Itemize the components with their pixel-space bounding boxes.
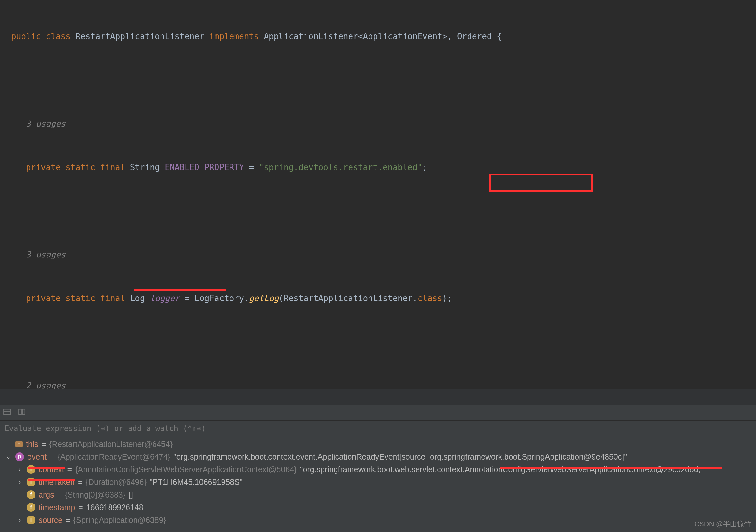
svg-rect-3 — [22, 409, 25, 414]
variable-value: [] — [128, 490, 133, 499]
evaluate-expression-input[interactable]: Evaluate expression (⏎) or add a watch (… — [0, 421, 756, 437]
variable-name: args — [39, 490, 54, 499]
this-icon: ≡ — [15, 441, 23, 447]
variable-type: {String[0]@6383} — [65, 490, 125, 499]
variable-row[interactable]: ⌄p event = {ApplicationReadyEvent@6474} … — [0, 450, 756, 463]
variable-value: "org.springframework.boot.web.servlet.co… — [300, 465, 701, 474]
variable-name: source — [39, 516, 62, 525]
variable-name: event — [27, 452, 46, 462]
blank-line — [5, 335, 756, 349]
variable-value: "PT1H6M45.106691958S" — [150, 478, 242, 487]
parameter-icon: p — [15, 452, 24, 461]
debugger-variables-panel: Evaluate expression (⏎) or add a watch (… — [0, 405, 756, 532]
variable-name: timestamp — [39, 503, 75, 512]
field-decl: private static final Log logger = LogFac… — [5, 291, 756, 306]
chevron-right-icon[interactable]: › — [16, 479, 23, 486]
field-icon: f — [27, 478, 36, 487]
variable-type: {AnnotationConfigServletWebServerApplica… — [75, 465, 297, 474]
field-decl: private static final String ENABLED_PROP… — [5, 160, 756, 175]
variable-row[interactable]: ›f context = {AnnotationConfigServletWeb… — [0, 463, 756, 476]
variable-type: {SpringApplication@6389} — [73, 516, 166, 525]
variable-row[interactable]: ›f source = {SpringApplication@6389} — [0, 514, 756, 526]
code-line: public class RestartApplicationListener … — [5, 29, 756, 44]
code-editor[interactable]: public class RestartApplicationListener … — [0, 0, 756, 389]
debug-toolbar — [0, 405, 756, 421]
chevron-right-icon[interactable]: › — [16, 466, 23, 473]
settings-icon[interactable] — [18, 408, 26, 418]
watermark-text: CSDN @半山惊竹 — [694, 519, 751, 529]
blank-line — [5, 204, 756, 218]
variable-name: timeTaken — [39, 478, 75, 487]
field-icon: f — [27, 503, 36, 512]
svg-rect-2 — [19, 409, 21, 414]
chevron-down-icon[interactable]: ⌄ — [4, 453, 12, 460]
variable-name: this — [26, 440, 38, 449]
field-icon: f — [27, 516, 36, 524]
blank-line — [5, 73, 756, 87]
field-icon: f — [27, 465, 36, 474]
variable-value: 1669189926148 — [86, 503, 144, 512]
usages-hint: 3 usages — [5, 247, 756, 262]
field-icon: f — [27, 490, 36, 499]
variable-name: context — [39, 465, 64, 474]
chevron-right-icon[interactable]: › — [16, 517, 23, 523]
layout-icon[interactable] — [3, 408, 12, 418]
variable-type: {Duration@6496} — [86, 478, 147, 487]
panel-divider[interactable] — [0, 389, 756, 405]
variable-row[interactable]: ›f args = {String[0]@6383} [] — [0, 488, 756, 501]
variable-row[interactable]: ›f timestamp = 1669189926148 — [0, 501, 756, 514]
variables-tree[interactable]: ›≡ this = {RestartApplicationListener@64… — [0, 437, 756, 528]
variable-row[interactable]: ›f timeTaken = {Duration@6496} "PT1H6M45… — [0, 476, 756, 488]
variable-row[interactable]: ›≡ this = {RestartApplicationListener@64… — [0, 438, 756, 450]
variable-type: {RestartApplicationListener@6454} — [49, 440, 173, 449]
variable-type: {ApplicationReadyEvent@6474} — [58, 452, 170, 462]
variable-value: "org.springframework.boot.context.event.… — [174, 452, 627, 462]
usages-hint: 3 usages — [5, 116, 756, 131]
